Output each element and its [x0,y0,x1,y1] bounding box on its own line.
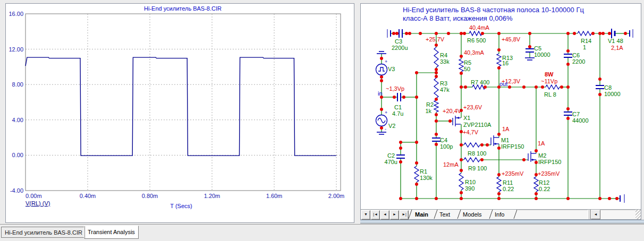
trace-legend[interactable]: V(RL) (V) [26,200,50,206]
schematic-canvas[interactable]: ++-C32200uR433kR347kR21kC14.7uV3V2C2470u… [361,4,641,210]
schematic-label[interactable]: 47k [440,87,450,93]
hscroll-left-button[interactable]: ◄ [591,210,600,219]
schematic-label[interactable]: out [499,81,507,87]
junction-dot [415,71,418,74]
sheet-last-button[interactable]: ►| [400,210,409,220]
schematic-label[interactable]: V3 [388,66,395,72]
schematic-label[interactable]: R10 [465,179,476,185]
sheet-tab-info[interactable]: Info [495,211,504,218]
schematic-label[interactable]: 10000 [604,91,621,97]
schematic-label[interactable]: 0.22 [503,186,514,192]
schematic-title[interactable]: Hi-End усилитель BAS-8 частотная полоса … [403,6,584,23]
schematic-label[interactable]: C7 [572,111,580,117]
schematic-label[interactable]: R12 [539,179,549,186]
schematic-label[interactable]: +4,7V [463,129,479,135]
schematic-label[interactable]: C2 [387,152,395,159]
sheet-dropdown-icon: ▼ [364,212,368,216]
schematic-label[interactable]: 16 [502,60,509,66]
schematic-label[interactable]: 40,4mA [469,24,490,31]
tab-circuit-file[interactable]: Hi-End усилитель BAS-8.CIR [1,227,86,238]
schematic-title-line1: Hi-End усилитель BAS-8 частотная полоса … [403,6,584,14]
schematic-label[interactable]: 1 [583,44,586,50]
sheet-tab-text[interactable]: Text [439,211,450,218]
plot-frame[interactable] [26,14,341,191]
schematic-label[interactable]: R1 [420,168,427,175]
x-tick-label: 0.40m [80,193,96,199]
junction-dot [598,32,601,35]
x-tick-label: 0.00m [26,193,42,199]
schematic-label[interactable]: C5 [534,45,541,51]
schematic-label[interactable]: +45,8V [502,36,521,42]
sheet-tab-models[interactable]: Models [463,211,482,218]
schematic-label[interactable]: V1 48 [608,38,623,44]
schematic-label[interactable]: R7 400 [471,79,489,85]
schematic-label[interactable]: ~11Vp [541,78,557,84]
schematic-label[interactable]: C8 [604,84,612,91]
schematic-label[interactable]: 2200u [392,45,408,51]
schematic-label[interactable]: R4 [440,52,447,58]
schematic-label[interactable]: R6 500 [467,37,486,44]
junction-dot [497,48,501,51]
schematic-label[interactable]: 33k [440,58,450,65]
schematic-label[interactable]: R9 100 [468,165,487,171]
schematic-label[interactable]: 390 [465,185,474,192]
hscroll-track-right[interactable] [600,210,635,219]
schematic-label[interactable]: 0.22 [539,186,550,192]
schematic-label[interactable]: R3 [440,80,447,87]
schematic-label[interactable]: M2 [538,152,546,159]
schematic-label[interactable]: C6 [572,52,580,58]
schematic-label[interactable]: R8 100 [468,150,486,157]
schematic-label[interactable]: 50 [464,66,470,72]
schematic-label[interactable]: in [378,90,383,97]
schematic-label[interactable]: IRFP150 [538,159,561,165]
schematic-label[interactable]: +235mV [538,170,560,177]
schematic-label[interactable]: 2200 [572,58,585,65]
sheet-prev-button[interactable]: ◄ [380,210,389,220]
sheet-next-button[interactable]: ► [390,210,399,220]
schematic-label[interactable]: 2,1A [611,45,623,51]
schematic-label[interactable]: RL 8 [544,91,556,98]
schematic-label[interactable]: 44000 [572,117,589,124]
schematic-label[interactable]: C1 [394,104,402,110]
schematic-label[interactable]: 1A [502,126,510,132]
schematic-label[interactable]: +23,6V [463,104,482,110]
schematic-label[interactable]: ~1,3Vp [386,85,404,92]
schematic-label[interactable]: 130k [420,175,433,181]
junction-dot [522,158,526,161]
schematic-label[interactable]: C4 [440,137,447,143]
sheet-tab-main[interactable]: Main [415,211,428,218]
schematic-label[interactable]: R2 [426,101,434,108]
hscroll-track[interactable] [518,210,588,219]
schematic-label[interactable]: 470u [385,159,397,165]
schematic-label[interactable]: 100p [440,143,453,150]
schematic-label[interactable]: 12mA [443,161,459,168]
schematic-label[interactable]: 10000 [534,51,550,58]
tab-transient-analysis[interactable]: Transient Analysis [84,226,139,239]
schematic-label[interactable]: R14 [581,38,591,44]
schematic-label[interactable]: V2 [388,123,395,129]
schematic-label[interactable]: IRFP150 [501,143,524,150]
schematic-label[interactable]: 1k [425,108,431,114]
schematic-label[interactable]: +25,7V [426,36,445,42]
schematic-label[interactable]: X1 [463,115,470,121]
schematic-label[interactable]: R11 [503,179,513,186]
transient-plot-window[interactable]: 16.0012.008.004.000.00-4.000.00m0.40m0.8… [5,3,354,223]
junction-dot [615,197,618,200]
schematic-label[interactable]: ZVP2110A [463,122,492,128]
schematic-label[interactable]: +235mV [502,170,524,177]
sheet-first-button[interactable]: |◄ [371,210,380,220]
schematic-label[interactable]: +20,4V [443,108,462,114]
schematic-label[interactable]: 1A [538,140,545,147]
schematic-window[interactable]: Hi-End усилитель BAS-8 частотная полоса … [360,3,641,220]
schematic-label[interactable]: C3 [395,38,402,45]
schematic-label[interactable]: R5 [464,59,471,66]
schematic-label[interactable]: M1 [501,137,509,143]
transient-plot-canvas[interactable]: 16.0012.008.004.000.00-4.000.00m0.40m0.8… [6,4,354,222]
junction-dot [460,143,463,147]
schematic-label[interactable]: 4.7u [392,110,403,117]
schematic-label[interactable]: 8W [545,71,554,78]
schematic-label[interactable]: 40,3mA [464,49,485,56]
sheet-dropdown-button[interactable]: ▼ [361,210,370,220]
resize-grip-icon[interactable] [635,210,641,219]
trace-vrl[interactable] [26,57,336,156]
